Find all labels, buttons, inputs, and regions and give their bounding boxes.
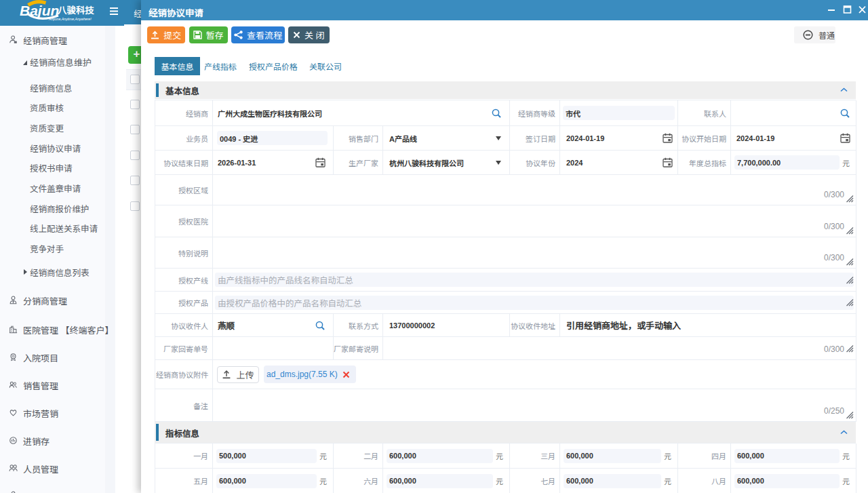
svg-text:八骏科技: 八骏科技 [58, 5, 94, 16]
svg-text:Anyone,Anytime,Anywhere!: Anyone,Anytime,Anywhere! [48, 17, 92, 21]
